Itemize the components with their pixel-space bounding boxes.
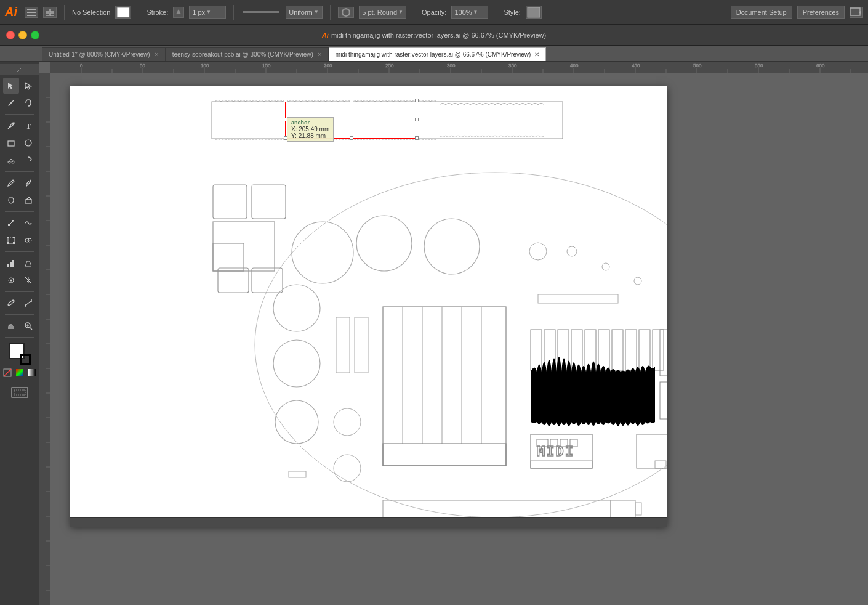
shape-builder-tool[interactable]	[20, 232, 36, 248]
gradient-icon[interactable]	[27, 368, 37, 378]
pencil-tool[interactable]	[3, 175, 19, 191]
svg-text:T: T	[26, 122, 31, 130]
style-label: Style:	[504, 9, 521, 16]
mesh-tool[interactable]	[20, 272, 36, 288]
none-icon[interactable]	[2, 368, 12, 378]
sep2	[139, 5, 139, 20]
bottom-scrollbar[interactable]	[70, 517, 667, 527]
tab-close-icon[interactable]: ✕	[317, 51, 322, 58]
doc-setup-button[interactable]: Document Setup	[731, 6, 792, 19]
svg-marker-15	[8, 83, 14, 89]
svg-rect-38	[7, 242, 9, 244]
svg-rect-62	[28, 369, 36, 376]
direct-select-tool[interactable]	[20, 78, 36, 94]
svg-rect-43	[10, 262, 12, 267]
svg-rect-163	[625, 330, 637, 370]
svg-rect-37	[13, 237, 15, 238]
embed-icon[interactable]	[25, 7, 38, 18]
hand-tool[interactable]	[3, 318, 19, 334]
zoom-tool[interactable]	[20, 318, 36, 334]
fill-stroke-box[interactable]	[9, 343, 31, 365]
sep8	[5, 381, 34, 381]
workspace-icon[interactable]	[850, 7, 863, 18]
stroke-type-dropdown[interactable]: Uniform ▼	[286, 6, 323, 19]
svg-rect-172	[531, 461, 592, 468]
ellipse-tool[interactable]	[20, 135, 36, 151]
svg-rect-131	[252, 185, 286, 219]
arrange-icon[interactable]	[43, 7, 57, 18]
cap-icon[interactable]	[338, 7, 354, 18]
type-tool[interactable]: T	[20, 118, 36, 134]
svg-rect-4	[50, 9, 54, 12]
ai-logo: Ai	[5, 5, 17, 19]
magic-wand-tool[interactable]	[3, 95, 19, 111]
free-transform-tool[interactable]	[3, 232, 19, 248]
svg-text:400: 400	[570, 63, 579, 68]
stroke-box[interactable]	[20, 354, 31, 365]
svg-point-9	[342, 9, 350, 16]
stroke-label: Stroke:	[147, 9, 168, 16]
symbol-sprayer-tool[interactable]	[3, 272, 19, 288]
blob-brush-tool[interactable]	[3, 192, 19, 208]
svg-rect-156	[531, 330, 542, 370]
stroke-up[interactable]	[173, 7, 184, 18]
tab-untitled[interactable]: Untitled-1* @ 800% (CMYK/Preview) ✕	[42, 47, 166, 61]
chart-tool[interactable]	[3, 255, 19, 271]
svg-point-23	[25, 140, 31, 146]
artboard: MIDI	[70, 86, 667, 527]
tab-midi[interactable]: midi thingamajig with raster:vector laye…	[329, 47, 546, 61]
svg-point-141	[602, 263, 609, 270]
scissors-tool[interactable]	[3, 152, 19, 168]
stroke-value-dropdown[interactable]: 1 px ▼	[189, 6, 226, 19]
minimize-button[interactable]	[18, 31, 27, 39]
tab-label: teensy sobreakout pcb.ai @ 300% (CMYK/Pr…	[172, 51, 313, 58]
measure-tool[interactable]	[20, 295, 36, 311]
cap-type-dropdown[interactable]: 5 pt. Round ▼	[359, 6, 406, 19]
svg-rect-6	[50, 13, 54, 16]
svg-point-144	[273, 285, 320, 331]
svg-point-29	[9, 197, 14, 203]
warp-tool[interactable]	[20, 215, 36, 231]
opacity-dropdown[interactable]: 100% ▼	[451, 6, 488, 19]
lasso-tool[interactable]	[20, 95, 36, 111]
rect-tool[interactable]	[3, 135, 19, 151]
color-icons-row	[2, 368, 37, 378]
svg-rect-30	[25, 200, 31, 203]
preferences-button[interactable]: Preferences	[797, 6, 845, 19]
color-icon[interactable]	[15, 368, 25, 378]
svg-point-41	[28, 238, 31, 242]
svg-line-60	[4, 369, 11, 376]
canvas-area[interactable]: 0 50 100 150 200 250 300 350 400	[39, 62, 868, 605]
close-button[interactable]	[6, 31, 15, 39]
svg-point-140	[567, 246, 577, 256]
sep4	[5, 251, 34, 252]
tab-close-icon[interactable]: ✕	[154, 51, 159, 58]
selection-label: No Selection	[72, 9, 110, 16]
window-controls	[6, 31, 39, 39]
select-tool[interactable]	[3, 78, 19, 94]
svg-rect-177	[637, 434, 667, 468]
scale-tool[interactable]	[3, 215, 19, 231]
tab-teensy[interactable]: teensy sobreakout pcb.ai @ 300% (CMYK/Pr…	[166, 47, 329, 61]
svg-point-142	[634, 277, 641, 285]
svg-rect-3	[46, 9, 49, 12]
svg-rect-164	[639, 330, 650, 370]
style-preview[interactable]	[526, 6, 542, 19]
eyedropper-tool[interactable]	[3, 295, 19, 311]
svg-rect-1	[27, 12, 36, 13]
svg-text:150: 150	[262, 63, 271, 68]
brush-tool[interactable]	[20, 175, 36, 191]
svg-rect-147	[336, 317, 350, 373]
eraser-tool[interactable]	[20, 192, 36, 208]
tool-row-8	[3, 215, 36, 231]
pen-tool[interactable]	[3, 118, 19, 134]
tab-close-icon[interactable]: ✕	[534, 51, 539, 58]
rotate-tool[interactable]	[20, 152, 36, 168]
title-ai-icon: Ai	[322, 31, 329, 39]
maximize-button[interactable]	[31, 31, 39, 39]
perspective-tool[interactable]	[20, 255, 36, 271]
artboard-tool[interactable]	[5, 384, 34, 400]
svg-marker-28	[30, 159, 31, 161]
svg-rect-148	[355, 317, 368, 373]
fill-preview[interactable]	[115, 6, 131, 19]
